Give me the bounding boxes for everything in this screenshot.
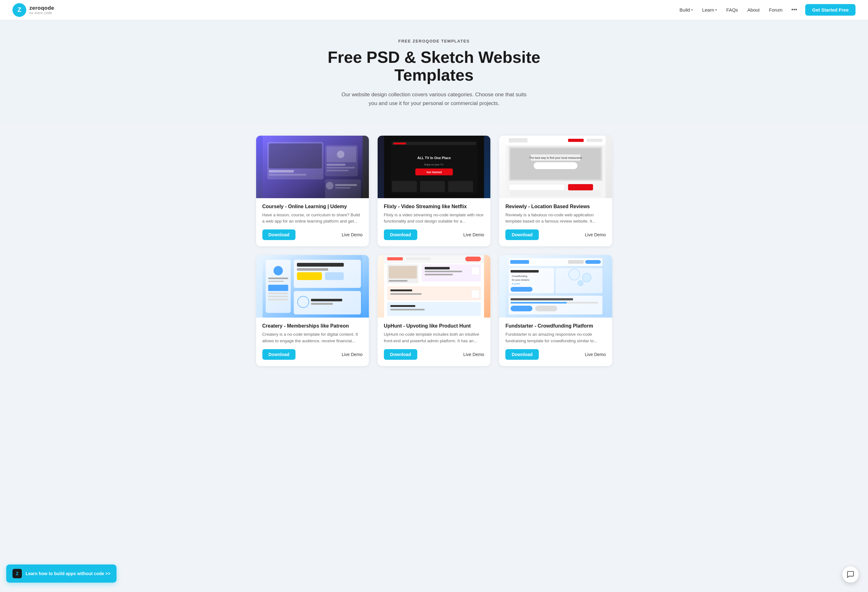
get-started-button[interactable]: Get Started Free [805,4,856,16]
hero-title: Free PSD & Sketch Website Templates [294,49,575,84]
template-title: Coursely - Online Learning | Udemy [262,204,363,209]
svg-text:& goals: & goals [512,282,520,285]
svg-text:The best way to find your loca: The best way to find your local restaura… [529,156,582,160]
live-demo-link-reviewly[interactable]: Live Demo [585,232,606,237]
template-description: Flixly is a video streaming no-code temp… [384,212,484,225]
template-image-reviewly: The best way to find your local restaura… [499,136,612,198]
live-demo-link-createry[interactable]: Live Demo [342,352,363,357]
download-button-fundstarter[interactable]: Download [505,349,539,360]
template-actions: Download Live Demo [505,349,606,360]
svg-rect-28 [509,138,527,142]
template-image-flixly: ALL TV In One Place Enjoy on your TV. Ge… [378,136,490,198]
logo-name: zeroqode [30,5,55,11]
svg-rect-36 [568,184,593,190]
svg-rect-64 [388,280,407,282]
nav-item-forum[interactable]: Forum [765,5,786,15]
template-title: Reviewly - Location Based Reviews [505,204,606,209]
svg-point-91 [577,280,584,286]
svg-rect-80 [568,260,584,264]
template-card-reviewly: The best way to find your local restaura… [499,136,612,247]
nav-link-forum[interactable]: Forum [765,5,786,15]
logo-icon: Z [12,3,26,17]
svg-rect-43 [268,281,283,282]
template-description: Createry is a no-code template for digit… [262,332,363,344]
nav-item-build[interactable]: Build ▾ [676,5,697,15]
download-button-reviewly[interactable]: Download [505,229,539,240]
template-description: Fundstarter is an amazing responsive no-… [505,332,606,344]
template-card-fundstarter: Crowdfunding for your dreams & goals Fun… [499,255,612,366]
svg-point-41 [273,266,283,275]
template-actions: Download Live Demo [384,229,484,240]
svg-rect-59 [387,257,403,260]
svg-rect-46 [268,296,288,297]
svg-point-90 [583,273,591,282]
template-description: UpHunt no-code template includes both an… [384,332,484,344]
svg-rect-79 [510,260,529,264]
more-options-icon[interactable]: ••• [788,4,800,15]
svg-rect-83 [511,270,539,272]
svg-rect-38 [510,190,601,197]
svg-point-54 [297,296,309,308]
nav-item-learn[interactable]: Learn ▾ [698,5,720,15]
template-description: Reviewly is a fabulous no-code web appli… [505,212,606,225]
learn-banner-text: Learn how to build apps without code >> [26,571,110,576]
nav-item-about[interactable]: About [744,5,763,15]
svg-rect-73 [471,290,479,298]
template-actions: Download Live Demo [384,349,484,360]
nav-link-learn[interactable]: Learn ▾ [698,5,720,15]
svg-rect-93 [511,298,573,300]
svg-rect-2 [269,144,322,169]
download-button-uphunt[interactable]: Download [384,349,417,360]
template-title: Createry - Memberships like Patreon [262,323,363,329]
svg-text:ALL TV In One Place: ALL TV In One Place [417,156,451,160]
template-image-uphunt [378,255,490,318]
live-demo-link-coursely[interactable]: Live Demo [342,232,363,237]
svg-rect-61 [465,257,481,261]
live-demo-link-flixly[interactable]: Live Demo [463,232,484,237]
svg-text:Get Started: Get Started [427,171,441,174]
download-button-createry[interactable]: Download [262,349,296,360]
svg-rect-50 [297,268,328,271]
svg-rect-44 [268,285,288,291]
svg-rect-75 [390,305,415,307]
svg-rect-51 [297,272,322,280]
template-image-fundstarter: Crowdfunding for your dreams & goals [499,255,612,318]
logo[interactable]: Z zeroqode no.more.code [12,3,55,17]
svg-rect-81 [585,260,601,264]
svg-rect-25 [448,181,473,192]
svg-rect-96 [511,306,533,311]
template-card-flixly: ALL TV In One Place Enjoy on your TV. Ge… [378,136,490,247]
nav-link-build[interactable]: Build ▾ [676,5,697,15]
template-card-coursely: Coursely - Online Learning | Udemy Have … [256,136,369,247]
template-image-coursely [256,136,369,198]
svg-rect-8 [326,164,345,166]
template-card-uphunt: UpHunt - Upvoting like Product Hunt UpHu… [378,255,490,366]
download-button-coursely[interactable]: Download [262,229,296,240]
svg-rect-37 [509,184,565,190]
nav-more-dots[interactable]: ••• [788,7,800,13]
live-demo-link-uphunt[interactable]: Live Demo [463,352,484,357]
svg-rect-52 [325,272,344,280]
hero-section: FREE ZEROQODE TEMPLATES Free PSD & Sketc… [0,20,868,123]
nav-link-about[interactable]: About [744,5,763,15]
svg-rect-45 [268,293,288,294]
chat-bubble-button[interactable] [842,566,859,583]
svg-rect-66 [424,267,449,269]
svg-rect-63 [388,266,417,278]
svg-rect-56 [311,303,333,305]
svg-rect-71 [390,289,412,291]
live-demo-link-fundstarter[interactable]: Live Demo [585,352,606,357]
navigation: Z zeroqode no.more.code Build ▾ Learn ▾ … [0,0,868,20]
svg-rect-4 [269,174,306,176]
template-card-createry: Createry - Memberships like Patreon Crea… [256,255,369,366]
nav-item-faqs[interactable]: FAQs [722,5,742,15]
chevron-down-icon: ▾ [715,8,717,12]
template-actions: Download Live Demo [262,229,363,240]
learn-banner[interactable]: Z Learn how to build apps without code >… [6,564,117,583]
svg-rect-14 [335,187,350,188]
svg-rect-72 [390,293,421,295]
svg-rect-30 [587,139,602,142]
template-description: Have a lesson, course, or curriculum to … [262,212,363,225]
nav-link-faqs[interactable]: FAQs [722,5,742,15]
download-button-flixly[interactable]: Download [384,229,417,240]
